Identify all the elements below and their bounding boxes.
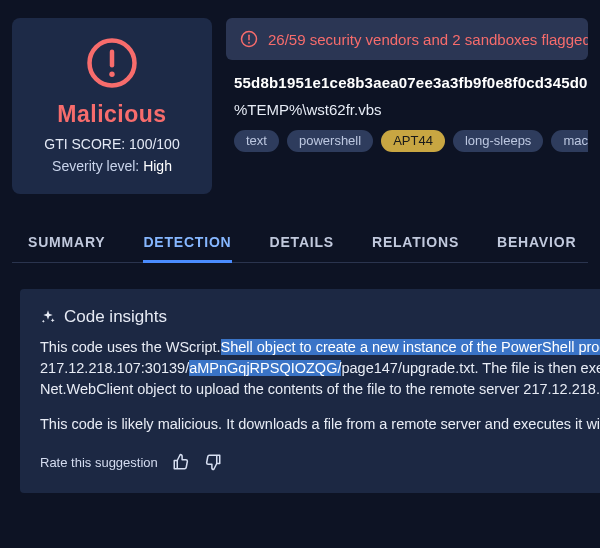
tag[interactable]: APT44 xyxy=(381,130,445,152)
insights-title: Code insights xyxy=(64,307,167,327)
flag-banner: 26/59 security vendors and 2 sandboxes f… xyxy=(226,18,588,60)
tab-bar: SUMMARYDETECTIONDETAILSRELATIONSBEHAVIOR… xyxy=(12,224,588,263)
svg-point-5 xyxy=(248,42,250,44)
gti-score: GTI SCORE: 100/100 xyxy=(44,136,179,152)
verdict-card: Malicious GTI SCORE: 100/100 Severity le… xyxy=(12,18,212,194)
verdict-label: Malicious xyxy=(57,101,166,128)
file-hash[interactable]: 55d8b1951e1ce8b3aea07ee3a3fb9f0e8f0cd345… xyxy=(234,74,588,91)
severity-level: Severity level: High xyxy=(52,158,172,174)
alert-circle-icon xyxy=(85,36,139,93)
sparkle-icon xyxy=(40,309,56,325)
insights-body: This code uses the WScript.Shell object … xyxy=(40,337,600,435)
tag-row: textpowershellAPT44long-sleepsmacro-powe… xyxy=(234,130,588,152)
highlighted-text: aMPnGqjRPSQIOZQG/ xyxy=(189,360,341,376)
svg-point-2 xyxy=(109,72,114,77)
thumbs-down-button[interactable] xyxy=(204,453,222,471)
tab-relations[interactable]: RELATIONS xyxy=(372,224,459,262)
tab-details[interactable]: DETAILS xyxy=(270,224,334,262)
code-insights-panel: Code insights This code uses the WScript… xyxy=(20,289,600,493)
thumbs-up-button[interactable] xyxy=(172,453,190,471)
tab-detection[interactable]: DETECTION xyxy=(143,224,231,263)
insights-heading: Code insights xyxy=(40,307,600,327)
rate-suggestion-row: Rate this suggestion xyxy=(40,453,600,471)
file-path: %TEMP%\wst62fr.vbs xyxy=(234,101,588,118)
tab-summary[interactable]: SUMMARY xyxy=(28,224,105,262)
tab-behavior[interactable]: BEHAVIOR xyxy=(497,224,576,262)
highlighted-text: Shell object to create a new instance of… xyxy=(221,339,600,355)
alert-circle-icon xyxy=(240,30,258,48)
rate-label: Rate this suggestion xyxy=(40,455,158,470)
tag[interactable]: powershell xyxy=(287,130,373,152)
tag[interactable]: macro-powers xyxy=(551,130,588,152)
flag-banner-text: 26/59 security vendors and 2 sandboxes f… xyxy=(268,31,588,48)
tag[interactable]: long-sleeps xyxy=(453,130,544,152)
tag[interactable]: text xyxy=(234,130,279,152)
